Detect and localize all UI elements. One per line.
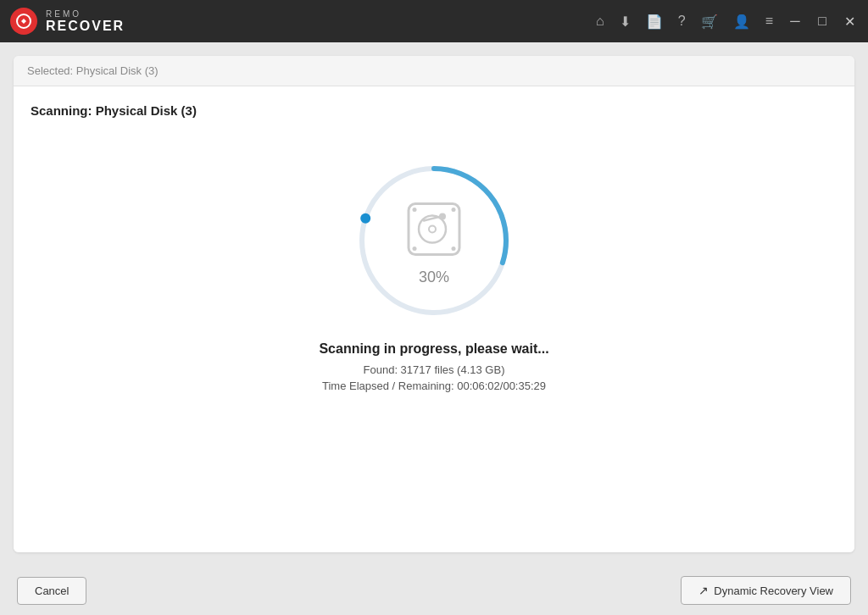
svg-point-5	[439, 213, 446, 220]
cancel-button[interactable]: Cancel	[17, 577, 86, 605]
title-bar: REMO RECOVER ⌂ ⬇ 📄 ? 🛒 👤 ≡ ─ □ ✕	[0, 0, 868, 42]
time-text: Time Elapsed / Remaining: 00:06:02/00:35…	[322, 380, 546, 392]
svg-point-6	[413, 247, 417, 251]
card: Selected: Physical Disk (3) Scanning: Ph…	[14, 56, 854, 552]
svg-point-3	[429, 226, 436, 233]
scanning-status: Scanning in progress, please wait...	[319, 341, 548, 357]
maximize-button[interactable]: □	[814, 14, 831, 29]
dynamic-label: Dynamic Recovery View	[714, 585, 833, 597]
svg-point-7	[413, 208, 417, 212]
disk-icon	[400, 196, 468, 263]
card-body: Scanning: Physical Disk (3)	[14, 86, 854, 552]
user-icon[interactable]: 👤	[733, 14, 750, 30]
home-icon[interactable]: ⌂	[596, 14, 604, 29]
progress-container: 30% Scanning in progress, please wait...…	[319, 160, 548, 392]
logo-text: REMO RECOVER	[46, 9, 125, 34]
dynamic-recovery-button[interactable]: ↗ Dynamic Recovery View	[681, 576, 851, 605]
close-button[interactable]: ✕	[841, 14, 858, 30]
disk-icon-center: 30%	[400, 196, 468, 286]
window-controls: ─ □ ✕	[787, 14, 858, 30]
found-text: Found: 31717 files (4.13 GB)	[364, 363, 505, 376]
toolbar-icons: ⌂ ⬇ 📄 ? 🛒 👤 ≡	[596, 14, 773, 30]
file-icon[interactable]: 📄	[646, 14, 663, 30]
cart-icon[interactable]: 🛒	[701, 14, 718, 30]
svg-point-8	[452, 247, 456, 251]
cancel-label: Cancel	[35, 585, 69, 597]
footer: Cancel ↗ Dynamic Recovery View	[0, 566, 868, 615]
svg-point-9	[452, 208, 456, 212]
download-icon[interactable]: ⬇	[620, 14, 631, 30]
dynamic-icon: ↗	[698, 584, 709, 597]
card-header: Selected: Physical Disk (3)	[14, 56, 854, 86]
help-icon[interactable]: ?	[678, 14, 686, 29]
logo-area: REMO RECOVER	[10, 8, 125, 35]
logo-icon	[10, 8, 37, 35]
svg-rect-1	[409, 204, 459, 255]
scanning-title: Scanning: Physical Disk (3)	[31, 103, 197, 118]
main-area: Selected: Physical Disk (3) Scanning: Ph…	[0, 42, 868, 566]
progress-dot	[360, 213, 370, 224]
dot-group	[360, 213, 370, 224]
menu-icon[interactable]: ≡	[765, 14, 773, 29]
circle-progress-wrapper: 30%	[353, 160, 515, 321]
percent-text: 30%	[419, 269, 449, 286]
minimize-button[interactable]: ─	[787, 14, 804, 29]
